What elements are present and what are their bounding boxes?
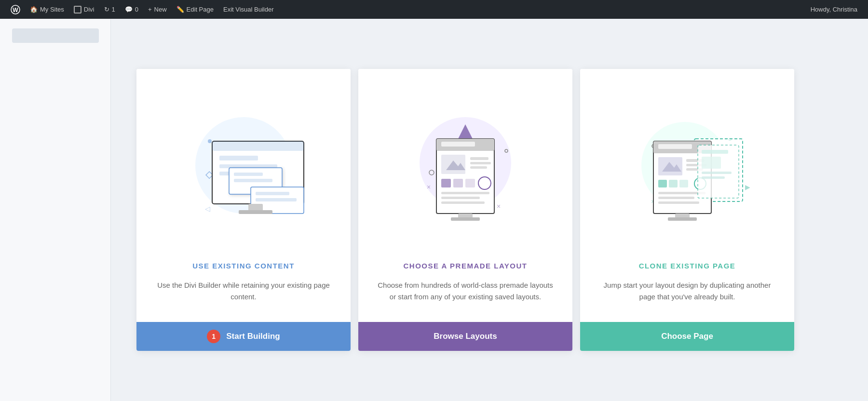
svg-rect-10 bbox=[219, 156, 258, 160]
edit-icon: ✏️ bbox=[176, 6, 184, 13]
svg-rect-37 bbox=[465, 179, 475, 187]
comments-icon: 💬 bbox=[125, 6, 133, 13]
sidebar bbox=[0, 19, 111, 401]
svg-rect-18 bbox=[256, 198, 297, 201]
sidebar-bar bbox=[12, 28, 99, 43]
svg-rect-43 bbox=[451, 217, 480, 221]
svg-rect-39 bbox=[441, 192, 489, 194]
start-building-badge: 1 bbox=[207, 330, 220, 343]
wordpress-logo[interactable]: W bbox=[6, 0, 25, 19]
svg-rect-67 bbox=[702, 157, 721, 169]
clone-page-content: CLONE EXISTING PAGE Jump start your layo… bbox=[580, 252, 794, 322]
edit-page-menu[interactable]: ✏️ Edit Page bbox=[172, 0, 218, 19]
premade-layout-title: CHOOSE A PREMADE LAYOUT bbox=[378, 262, 553, 270]
use-existing-illustration: ◇ × ◁ bbox=[136, 69, 351, 252]
svg-text:▶: ▶ bbox=[745, 183, 750, 191]
svg-rect-14 bbox=[234, 173, 263, 176]
svg-rect-52 bbox=[658, 144, 692, 149]
svg-rect-68 bbox=[702, 172, 732, 174]
svg-rect-63 bbox=[658, 197, 694, 199]
my-sites-menu[interactable]: 🏠 My Sites bbox=[25, 0, 69, 19]
svg-rect-17 bbox=[256, 192, 289, 195]
new-menu[interactable]: + New bbox=[143, 0, 172, 19]
svg-rect-19 bbox=[248, 204, 263, 211]
svg-text:×: × bbox=[497, 202, 501, 210]
premade-layout-desc: Choose from hundreds of world-class prem… bbox=[378, 280, 553, 303]
start-building-label: Start Building bbox=[226, 332, 280, 341]
premade-layout-card: × × bbox=[358, 69, 572, 351]
svg-rect-29 bbox=[441, 142, 475, 147]
svg-rect-71 bbox=[668, 217, 697, 221]
premade-layout-content: CHOOSE A PREMADE LAYOUT Choose from hund… bbox=[358, 252, 572, 322]
use-existing-card: ◇ × ◁ bbox=[136, 69, 351, 351]
premade-illustration: × × bbox=[358, 69, 572, 252]
choose-page-label: Choose Page bbox=[661, 332, 713, 341]
svg-rect-41 bbox=[441, 201, 485, 204]
svg-rect-9 bbox=[212, 141, 304, 151]
svg-text:◁: ◁ bbox=[205, 205, 210, 213]
main-content: ◇ × ◁ bbox=[0, 19, 868, 401]
svg-rect-69 bbox=[702, 176, 725, 179]
top-nav: W 🏠 My Sites Divi ↻ 1 💬 0 + New ✏️ Edit … bbox=[0, 0, 868, 19]
divi-icon bbox=[74, 6, 81, 13]
svg-rect-33 bbox=[470, 162, 491, 164]
svg-rect-40 bbox=[441, 197, 480, 199]
use-existing-title: USE EXISTING CONTENT bbox=[156, 262, 331, 270]
howdy-text: Howdy, Christina bbox=[806, 6, 862, 13]
browse-layouts-button[interactable]: Browse Layouts bbox=[358, 322, 572, 351]
clone-page-card: ○ × ▶ bbox=[580, 69, 794, 351]
choose-page-button[interactable]: Choose Page bbox=[580, 322, 794, 351]
comments-menu[interactable]: 💬 0 bbox=[120, 0, 143, 19]
svg-text:○: ○ bbox=[728, 136, 732, 143]
svg-text:×: × bbox=[427, 183, 431, 191]
use-existing-desc: Use the Divi Builder while retaining you… bbox=[156, 280, 331, 303]
svg-rect-32 bbox=[470, 157, 488, 160]
svg-text:W: W bbox=[13, 7, 18, 13]
svg-rect-20 bbox=[239, 210, 272, 214]
svg-rect-35 bbox=[441, 179, 451, 187]
use-existing-content: USE EXISTING CONTENT Use the Divi Builde… bbox=[136, 252, 351, 322]
cards-container: ◇ × ◁ bbox=[133, 69, 798, 351]
updates-menu[interactable]: ↻ 1 bbox=[99, 0, 120, 19]
start-building-button[interactable]: 1 Start Building bbox=[136, 322, 351, 351]
svg-rect-64 bbox=[658, 201, 699, 204]
svg-rect-66 bbox=[702, 150, 728, 154]
clone-page-desc: Jump start your layout design by duplica… bbox=[599, 280, 775, 303]
svg-rect-36 bbox=[453, 179, 463, 187]
clone-page-title: CLONE EXISTING PAGE bbox=[599, 262, 775, 270]
divi-menu[interactable]: Divi bbox=[69, 0, 99, 19]
svg-rect-15 bbox=[234, 179, 272, 182]
exit-builder-menu[interactable]: Exit Visual Builder bbox=[218, 0, 279, 19]
svg-rect-59 bbox=[669, 180, 678, 187]
svg-rect-58 bbox=[658, 180, 667, 187]
svg-rect-60 bbox=[679, 180, 688, 187]
browse-layouts-label: Browse Layouts bbox=[434, 332, 497, 341]
svg-rect-34 bbox=[470, 166, 487, 169]
svg-point-3 bbox=[208, 139, 212, 143]
my-sites-icon: 🏠 bbox=[30, 6, 38, 13]
plus-icon: + bbox=[148, 6, 152, 13]
clone-illustration: ○ × ▶ bbox=[580, 69, 794, 252]
updates-icon: ↻ bbox=[104, 6, 109, 13]
